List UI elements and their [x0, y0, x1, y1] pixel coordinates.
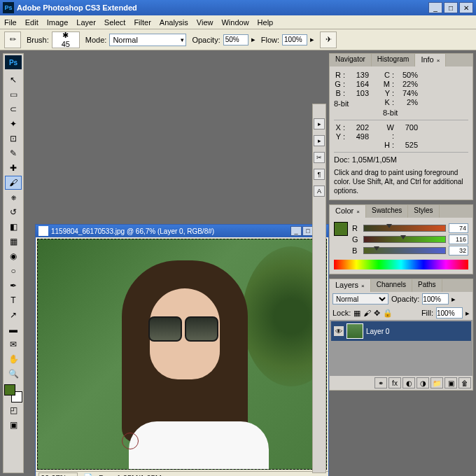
menu-help[interactable]: Help — [258, 18, 274, 27]
toolbox: Ps ↖ ▭ ⊂ ✦ ⊡ ✎ ✚ 🖌 ⎈ ↺ ◧ ▦ ◉ ○ ✒ T ↗ ▬ ✉… — [3, 53, 24, 473]
lasso-tool[interactable]: ⊂ — [5, 102, 22, 116]
menu-filter[interactable]: Filter — [134, 18, 150, 27]
brush-preset-picker[interactable]: ✱45 — [52, 31, 80, 48]
quickmask-button[interactable]: ◰ — [5, 403, 22, 417]
menu-file[interactable]: File — [4, 18, 17, 27]
layer-row[interactable]: 👁 Layer 0 — [331, 321, 471, 341]
info-hint: Click and drag to paint using foreground… — [334, 168, 468, 195]
lock-pixels-icon[interactable]: 🖌 — [363, 309, 371, 317]
dodge-tool[interactable]: ○ — [5, 264, 22, 278]
move-tool[interactable]: ↖ — [5, 73, 22, 87]
tab-navigator[interactable]: Navigator — [330, 54, 372, 66]
layer-blend-dropdown[interactable]: Normal — [332, 293, 388, 304]
type-tool[interactable]: T — [5, 293, 22, 307]
menu-view[interactable]: View — [197, 18, 214, 27]
color-spectrum[interactable] — [334, 260, 468, 270]
menu-analysis[interactable]: Analysis — [160, 18, 188, 27]
color-picker[interactable] — [4, 384, 22, 402]
hand-tool[interactable]: ✋ — [5, 352, 22, 366]
lock-all-icon[interactable]: 🔒 — [383, 309, 393, 318]
marquee-tool[interactable]: ▭ — [5, 88, 22, 102]
tool-preset-button[interactable]: ✏ — [4, 31, 21, 48]
zoom-tool[interactable]: 🔍 — [5, 367, 22, 381]
close-button[interactable]: ✕ — [459, 2, 473, 13]
status-flyout-icon[interactable]: ▸ — [167, 473, 172, 476]
lock-transparency-icon[interactable]: ▦ — [354, 309, 360, 318]
visibility-icon[interactable]: 👁 — [334, 326, 344, 336]
tab-histogram[interactable]: Histogram — [372, 54, 416, 66]
fill-label: Fill: — [421, 309, 433, 317]
layer-opacity-flyout-icon[interactable]: ▸ — [451, 295, 456, 304]
menu-edit[interactable]: Edit — [25, 18, 38, 27]
flow-flyout-icon[interactable]: ▸ — [310, 35, 314, 44]
tab-styles[interactable]: Styles — [408, 205, 439, 218]
shape-tool[interactable]: ▬ — [5, 323, 22, 337]
layer-style-icon[interactable]: fx — [388, 377, 401, 388]
tab-swatches[interactable]: Swatches — [366, 205, 408, 218]
layer-fill-flyout-icon[interactable]: ▸ — [465, 309, 470, 318]
doc-minimize-button[interactable]: _ — [290, 226, 302, 236]
brush-tool[interactable]: 🖌 — [5, 176, 22, 190]
eyedropper-tool[interactable]: ✎ — [5, 146, 22, 160]
menu-layer[interactable]: Layer — [76, 18, 96, 27]
document-titlebar[interactable]: 1159804_66170533.jpg @ 66,7% (Layer 0, R… — [36, 225, 328, 237]
tab-color[interactable]: Color× — [330, 205, 366, 218]
dockicon-5[interactable]: A — [314, 186, 325, 197]
dockicon-4[interactable]: ¶ — [314, 169, 325, 180]
tab-layers[interactable]: Layers× — [330, 279, 371, 292]
new-layer-icon[interactable]: ▣ — [444, 377, 457, 388]
delete-layer-icon[interactable]: 🗑 — [458, 377, 471, 388]
layer-mask-icon[interactable]: ◐ — [402, 377, 415, 388]
group-icon[interactable]: 📁 — [430, 377, 443, 388]
lock-position-icon[interactable]: ✥ — [374, 309, 380, 318]
slider-b[interactable]: B — [352, 246, 468, 255]
gradient-tool[interactable]: ▦ — [5, 234, 22, 248]
slider-g[interactable]: G — [352, 234, 468, 244]
color-swatch-fg[interactable] — [334, 222, 348, 236]
layer-buttons: ⚭ fx ◐ ◑ 📁 ▣ 🗑 — [330, 376, 472, 390]
tab-channels[interactable]: Channels — [371, 279, 412, 292]
menu-image[interactable]: Image — [47, 18, 69, 27]
info-docsize: Doc: 1,05M/1,05M — [334, 152, 468, 164]
minimize-button[interactable]: _ — [428, 2, 442, 13]
document-canvas[interactable] — [37, 239, 327, 470]
crop-tool[interactable]: ⊡ — [5, 132, 22, 146]
eraser-tool[interactable]: ◧ — [5, 220, 22, 234]
foreground-color[interactable] — [4, 384, 15, 396]
pen-tool[interactable]: ✒ — [5, 279, 22, 293]
healing-tool[interactable]: ✚ — [5, 161, 22, 175]
layer-thumbnail[interactable] — [346, 323, 363, 339]
layer-list: 👁 Layer 0 — [330, 320, 472, 376]
stamp-tool[interactable]: ⎈ — [5, 190, 22, 204]
dockicon-2[interactable]: ▸ — [314, 135, 325, 146]
tab-info[interactable]: Info× — [415, 54, 446, 66]
layer-opacity-input[interactable] — [422, 293, 449, 304]
slider-r[interactable]: R — [352, 223, 468, 233]
document-icon — [38, 226, 48, 236]
layer-name[interactable]: Layer 0 — [366, 328, 389, 335]
wand-tool[interactable]: ✦ — [5, 117, 22, 131]
menu-select[interactable]: Select — [104, 18, 126, 27]
screenmode-button[interactable]: ▣ — [5, 418, 22, 432]
maximize-button[interactable]: □ — [444, 2, 458, 13]
blur-tool[interactable]: ◉ — [5, 249, 22, 263]
adjustment-layer-icon[interactable]: ◑ — [416, 377, 429, 388]
path-tool[interactable]: ↗ — [5, 308, 22, 322]
doc-size-status: Doc: 1,05M/1,05M — [99, 474, 162, 477]
tab-paths[interactable]: Paths — [412, 279, 442, 292]
history-brush-tool[interactable]: ↺ — [5, 205, 22, 219]
notes-tool[interactable]: ✉ — [5, 337, 22, 351]
opacity-flyout-icon[interactable]: ▸ — [251, 35, 255, 44]
flow-input[interactable] — [282, 34, 307, 46]
dockicon-3[interactable]: ✂ — [314, 152, 325, 163]
opacity-input[interactable] — [223, 34, 248, 46]
document-window[interactable]: 1159804_66170533.jpg @ 66,7% (Layer 0, R… — [35, 224, 329, 476]
dockicon-1[interactable]: ▸ — [314, 118, 325, 130]
zoom-level[interactable]: 66,67% — [38, 472, 78, 477]
link-layers-icon[interactable]: ⚭ — [374, 377, 387, 388]
blend-mode-dropdown[interactable]: Normal — [109, 34, 186, 46]
airbrush-button[interactable]: ✈ — [320, 31, 337, 48]
menu-window[interactable]: Window — [221, 18, 248, 27]
layer-fill-input[interactable] — [436, 307, 463, 318]
info-panel: Navigator Histogram Info× R :139 G :164 … — [329, 53, 473, 200]
